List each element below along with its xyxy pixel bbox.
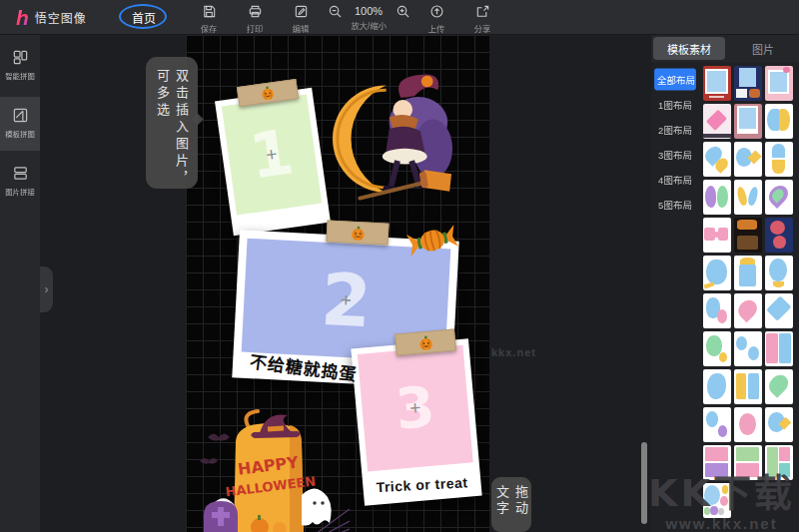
template-thumbnail[interactable] [765,218,793,253]
template-thumbnail[interactable] [703,218,731,253]
thumbnail-shape [779,109,791,131]
template-thumbnail[interactable] [703,293,731,328]
zoom-out-icon [328,4,343,19]
canvas-vertical-scrollbar[interactable] [641,442,647,524]
photo-stitch-icon [12,165,29,182]
category-5-image[interactable]: 5图布局 [654,194,696,216]
template-thumbnail[interactable] [734,293,762,328]
template-grid [699,62,799,532]
category-1-image[interactable]: 1图布局 [654,94,696,116]
panel-collapse-handle[interactable]: › [40,266,53,312]
thumbnail-shape [779,463,790,477]
edit-icon [294,4,309,19]
template-thumbnail[interactable] [734,142,762,177]
thumbnail-shape [704,507,710,515]
thumbnail-shape [717,186,729,208]
share-button[interactable]: 分享 [461,0,503,35]
thumbnail-shape [772,144,785,158]
template-thumbnail[interactable] [765,369,793,404]
watermark-small: kkx.net [491,346,536,358]
tab-images[interactable]: 图片 [727,35,799,62]
template-thumbnail[interactable] [765,180,793,215]
right-panel: 模板素材 图片 全部布局 1图布局 2图布局 3图布局 4图布局 5图布局 [651,35,799,532]
insert-hint-tooltip: 双击插入图片，可多选 [146,57,198,189]
upload-button[interactable]: 上传 [415,0,457,35]
zoom-out-button[interactable] [326,4,344,19]
photo-frame-3[interactable]: 3 + Trick or treat [351,338,481,506]
template-thumbnail[interactable] [765,142,793,177]
template-thumbnail[interactable] [765,445,793,480]
zoom-label: 放大/缩小 [351,19,386,31]
chevron-right-icon: › [45,282,49,296]
template-thumbnail[interactable] [703,180,731,215]
thumbnail-shape [717,309,727,323]
left-sidebar: 智能拼图 模板拼图 图片拼接 [0,35,40,532]
thumbnail-shape [749,89,760,99]
template-thumbnail[interactable] [703,483,731,518]
thumbnail-shape [736,89,747,98]
caption-english[interactable]: Trick or treat [363,474,481,496]
template-thumbnail[interactable] [765,293,793,328]
template-thumbnail[interactable] [765,104,793,139]
template-thumbnail[interactable] [703,369,731,404]
save-button[interactable]: 保存 [188,0,230,35]
template-thumbnail[interactable] [734,104,762,139]
halloween-tombstone-illustration: HAPPY HALLOWEEN [198,409,350,532]
zoom-in-icon [396,4,410,19]
thumbnail-shape [706,110,727,131]
template-thumbnail[interactable] [703,407,731,442]
template-thumbnail[interactable] [734,369,762,404]
category-3-image[interactable]: 3图布局 [654,144,696,166]
template-thumbnail[interactable] [734,445,762,480]
thumbnail-shape [746,187,758,207]
thumbnail-shape [705,186,717,208]
upload-icon [429,4,444,19]
template-thumbnail[interactable] [703,142,731,177]
template-thumbnail[interactable] [703,104,731,139]
sidebar-item-photo-stitch[interactable]: 图片拼接 [0,155,40,209]
tape-pumpkin-2 [326,220,389,245]
thumbnail-shape [739,68,757,87]
thumbnail-shape [767,447,778,476]
thumbnail-shape [710,506,717,515]
template-thumbnail[interactable] [734,218,762,253]
app-logo: h 悟空图像 [0,7,118,28]
design-artboard[interactable]: 1 + [186,35,489,532]
frame-3-add-icon: + [408,397,421,420]
zoom-controls: 100% 放大/缩小 [326,0,411,32]
print-button[interactable]: 打印 [234,0,276,35]
thumbnail-shape [736,336,747,350]
category-4-image[interactable]: 4图布局 [654,169,696,191]
template-thumbnail[interactable] [734,180,762,215]
sidebar-item-template-collage[interactable]: 模板拼图 [0,97,40,151]
thumbnail-shape [705,463,729,477]
template-thumbnail[interactable] [765,256,793,290]
template-thumbnail[interactable] [703,445,731,480]
thumbnail-shape [703,134,731,139]
canvas-area: › 1 + [40,35,651,532]
zoom-in-button[interactable] [394,4,411,19]
thumbnail-shape [709,96,725,98]
thumbnail-shape [779,447,790,461]
tab-template-materials[interactable]: 模板素材 [653,37,725,60]
photo-frame-1[interactable]: 1 + [215,88,331,236]
template-thumbnail[interactable] [703,66,731,101]
template-thumbnail[interactable] [703,331,731,366]
edit-button[interactable]: 编辑 [280,0,322,35]
template-thumbnail[interactable] [734,256,762,290]
sidebar-item-smart-collage[interactable]: 智能拼图 [0,39,40,93]
thumbnail-shape [748,346,759,360]
template-thumbnail[interactable] [734,331,762,366]
template-thumbnail[interactable] [765,331,793,366]
template-thumbnail[interactable] [765,407,793,442]
thumbnail-shape [722,485,729,493]
category-2-image[interactable]: 2图布局 [654,119,696,141]
save-icon [202,4,217,19]
template-thumbnail[interactable] [703,256,731,290]
template-thumbnail[interactable] [734,66,762,101]
thumbnail-shape [779,333,791,362]
template-thumbnail[interactable] [734,407,762,442]
category-all-layouts[interactable]: 全部布局 [654,69,696,91]
home-button[interactable]: 首页 [118,4,170,30]
template-thumbnail[interactable] [765,66,793,101]
